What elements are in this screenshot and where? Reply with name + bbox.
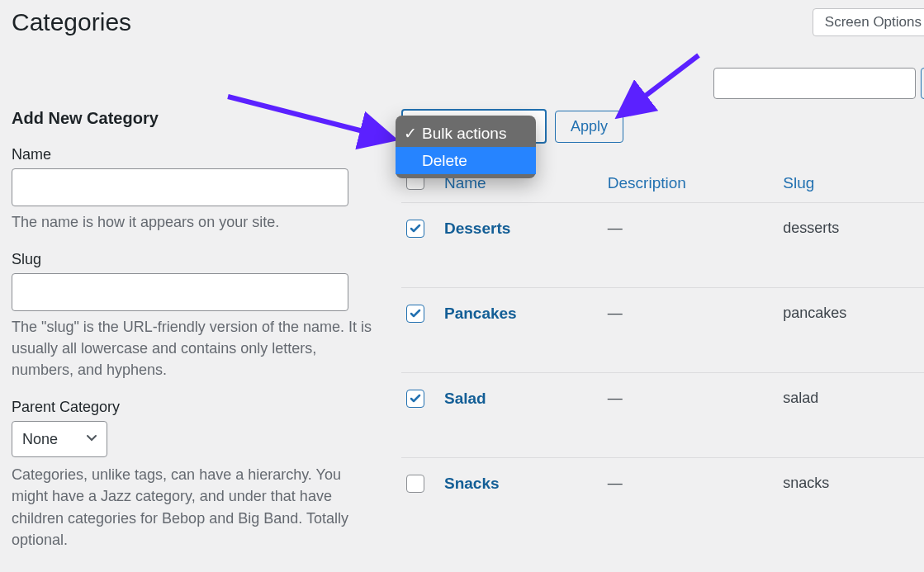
category-name-link[interactable]: Desserts [444,220,510,237]
bulk-actions-dropdown: ✓ Bulk actions ✓ Delete [396,116,536,178]
screen-options-button[interactable]: Screen Options [813,8,924,36]
table-row: Desserts—desserts [401,203,924,288]
name-input[interactable] [12,168,348,206]
row-checkbox[interactable] [406,305,424,323]
chevron-down-icon [85,431,98,448]
category-description: — [603,373,778,458]
table-row: Salad—salad [401,373,924,458]
annotation-arrow-left [224,92,405,158]
slug-label: Slug [12,251,375,268]
parent-help-text: Categories, unlike tags, can have a hier… [12,464,375,550]
col-header-description[interactable]: Description [603,163,778,203]
svg-line-1 [623,55,699,113]
slug-input[interactable] [12,273,348,311]
dropdown-option-label: Bulk actions [422,125,506,143]
annotation-arrow-right [608,51,707,125]
category-description: — [603,288,778,373]
category-slug: desserts [778,203,924,288]
dropdown-option-label: Delete [422,152,467,170]
row-checkbox[interactable] [406,390,424,408]
bulk-option-bulk-actions[interactable]: ✓ Bulk actions [396,120,536,147]
category-name-link[interactable]: Snacks [444,475,500,492]
parent-selected-value: None [22,431,58,448]
category-name-link[interactable]: Pancakes [444,305,517,322]
row-checkbox[interactable] [406,220,424,238]
category-description: — [603,203,778,288]
name-help-text: The name is how it appears on your site. [12,211,375,233]
table-row: Pancakes—pancakes [401,288,924,373]
search-button[interactable]: S [921,68,924,99]
col-header-slug[interactable]: Slug [778,163,924,203]
bulk-option-delete[interactable]: ✓ Delete [396,147,536,174]
row-checkbox[interactable] [406,475,424,493]
check-icon: ✓ [404,124,417,143]
search-input[interactable] [713,68,916,99]
table-row: Snacks—snacks [401,458,924,546]
category-slug: snacks [778,458,924,546]
category-slug: salad [778,373,924,458]
category-name-link[interactable]: Salad [444,390,486,407]
category-slug: pancakes [778,288,924,373]
parent-category-select[interactable]: None [12,421,107,457]
page-title: Categories [12,8,131,36]
parent-label: Parent Category [12,399,375,416]
category-description: — [603,458,778,546]
svg-line-0 [228,97,389,138]
slug-help-text: The "slug" is the URL-friendly version o… [12,316,375,381]
